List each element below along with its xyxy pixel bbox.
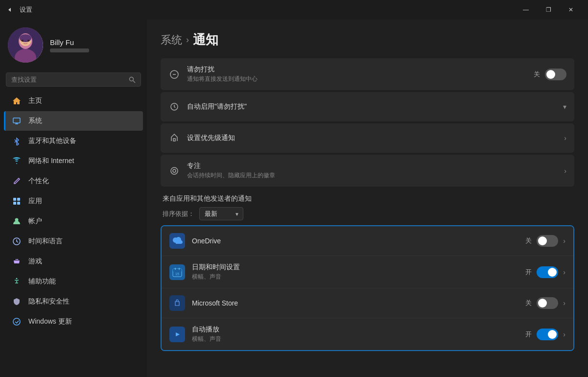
sort-select[interactable]: 最新 名称 发送者 <box>199 207 243 220</box>
search-box[interactable] <box>6 72 141 87</box>
user-email-blur <box>50 48 89 52</box>
settings-row-dnd[interactable]: 请勿打扰 通知将直接发送到通知中心 关 <box>161 58 574 90</box>
sidebar-item-gaming[interactable]: 游戏 <box>4 252 143 271</box>
sidebar-item-apps[interactable]: 应用 <box>4 191 143 211</box>
sidebar-item-bluetooth[interactable]: 蓝牙和其他设备 <box>4 131 143 151</box>
app-right-datetime: 开 › <box>525 266 565 278</box>
home-icon <box>12 96 22 106</box>
sort-select-wrapper[interactable]: 最新 名称 发送者 <box>199 207 243 220</box>
settings-row-priority[interactable]: 设置优先级通知 › <box>161 123 574 153</box>
app-row-autoplay[interactable]: 自动播放 横幅、声音 开 › <box>162 318 573 350</box>
app-chevron-autoplay: › <box>563 330 565 338</box>
row-title-auto-dnd: 自动启用"请勿打扰" <box>187 102 556 111</box>
app-right-onedrive: 关 › <box>525 235 565 247</box>
sidebar-item-accounts[interactable]: 帐户 <box>4 212 143 231</box>
svg-rect-12 <box>13 198 16 201</box>
bluetooth-icon <box>12 136 22 146</box>
svg-line-8 <box>133 80 136 83</box>
app-notifications-section-label: 来自应用和其他发送者的通知 <box>161 194 574 203</box>
svg-rect-15 <box>17 202 20 205</box>
user-profile[interactable]: Billy Fu <box>0 20 147 71</box>
app-icon-onedrive <box>169 233 185 249</box>
avatar <box>8 27 43 63</box>
sidebar-item-time[interactable]: 时间和语言 <box>4 232 143 251</box>
close-button[interactable]: ✕ <box>560 2 582 18</box>
search-input[interactable] <box>11 76 125 83</box>
app-right-msstore: 关 › <box>525 297 565 309</box>
app-subtitle-datetime: 横幅、声音 <box>192 273 518 281</box>
back-button[interactable] <box>6 6 14 14</box>
chevron-priority: › <box>564 134 566 142</box>
app-chevron-datetime: › <box>563 268 565 276</box>
sidebar-item-home[interactable]: 主页 <box>4 91 143 111</box>
sidebar-item-network[interactable]: 网络和 Internet <box>4 151 143 171</box>
settings-row-focus[interactable]: 专注 会话持续时间、隐藏应用上的徽章 › <box>161 155 574 187</box>
main-layout: Billy Fu 主页 系统 蓝牙和其他设备 <box>0 20 588 377</box>
toggle-dnd[interactable] <box>545 69 566 80</box>
app-content-datetime: 日期和时间设置 横幅、声音 <box>192 263 518 281</box>
svg-rect-14 <box>13 202 16 205</box>
sidebar-item-personalize[interactable]: 个性化 <box>4 171 143 191</box>
row-title-focus: 专注 <box>187 162 557 170</box>
sidebar-item-label-apps: 应用 <box>28 197 42 206</box>
app-icon-datetime: 15 <box>169 264 185 280</box>
row-content-focus: 专注 会话持续时间、隐藏应用上的徽章 <box>187 162 557 180</box>
row-right-dnd: 关 <box>534 69 566 80</box>
chevron-focus: › <box>564 167 566 175</box>
app-title-onedrive: OneDrive <box>192 237 518 245</box>
app-row-datetime[interactable]: 15 日期和时间设置 横幅、声音 开 › <box>162 256 573 288</box>
search-icon <box>129 76 136 83</box>
windowsupdate-icon <box>12 317 22 327</box>
svg-point-7 <box>130 77 134 81</box>
settings-row-auto-dnd[interactable]: 自动启用"请勿打扰" ▾ <box>161 92 574 121</box>
sidebar-item-label-system: 系统 <box>28 117 42 125</box>
maximize-button[interactable]: ❐ <box>537 2 560 18</box>
sidebar-item-accessibility[interactable]: 辅助功能 <box>4 272 143 291</box>
row-icon-focus <box>168 165 180 177</box>
sidebar-item-privacy[interactable]: 隐私和安全性 <box>4 292 143 311</box>
row-right-auto-dnd: ▾ <box>563 103 566 111</box>
app-title-autoplay: 自动播放 <box>192 325 518 334</box>
sidebar-item-windowsupdate[interactable]: Windows 更新 <box>4 312 143 331</box>
app-toggle-msstore[interactable] <box>537 297 558 309</box>
svg-point-20 <box>16 278 18 280</box>
toggle-label-dnd: 关 <box>534 70 540 79</box>
sidebar-item-system[interactable]: 系统 <box>4 111 143 131</box>
app-row-msstore[interactable]: Microsoft Store 关 › <box>162 288 573 318</box>
row-title-priority: 设置优先级通知 <box>187 134 557 142</box>
sidebar-item-label-privacy: 隐私和安全性 <box>28 297 70 306</box>
app-toggle-autoplay[interactable] <box>537 329 558 340</box>
svg-point-6 <box>27 40 29 42</box>
app-chevron-onedrive: › <box>563 237 565 245</box>
content-area: 系统 › 通知 请勿打扰 通知将直接发送到通知中心 关 自动启用"请勿打扰" <box>147 20 588 377</box>
breadcrumb-system[interactable]: 系统 <box>161 33 182 47</box>
svg-point-25 <box>171 167 178 174</box>
app-content-autoplay: 自动播放 横幅、声音 <box>192 325 518 343</box>
svg-rect-13 <box>17 198 20 201</box>
row-content-auto-dnd: 自动启用"请勿打扰" <box>187 102 556 111</box>
window-controls: — ❐ ✕ <box>515 2 582 18</box>
app-notification-area: OneDrive 关 › 15 日期和时间设置 横幅、声音 开 › <box>161 225 574 351</box>
app-icon-autoplay <box>169 327 185 342</box>
app-row-onedrive[interactable]: OneDrive 关 › <box>162 226 573 256</box>
app-right-autoplay: 开 › <box>525 329 565 340</box>
app-toggle-onedrive[interactable] <box>537 235 558 247</box>
svg-point-19 <box>17 262 18 263</box>
svg-point-4 <box>20 34 31 42</box>
sidebar-item-label-bluetooth: 蓝牙和其他设备 <box>28 137 76 145</box>
row-icon-dnd <box>168 69 180 80</box>
apps-icon <box>12 196 22 206</box>
user-name: Billy Fu <box>50 38 89 47</box>
sidebar-item-label-personalize: 个性化 <box>28 177 49 186</box>
network-icon <box>12 156 22 166</box>
system-icon <box>12 116 22 126</box>
privacy-icon <box>12 297 22 306</box>
title-bar: 设置 — ❐ ✕ <box>0 0 588 20</box>
svg-text:15: 15 <box>175 272 179 276</box>
row-subtitle-focus: 会话持续时间、隐藏应用上的徽章 <box>187 171 557 180</box>
personalize-icon <box>12 176 22 186</box>
app-toggle-datetime[interactable] <box>537 266 558 278</box>
minimize-button[interactable]: — <box>515 2 537 18</box>
sidebar-item-label-network: 网络和 Internet <box>28 157 74 165</box>
app-content-msstore: Microsoft Store <box>192 299 518 307</box>
